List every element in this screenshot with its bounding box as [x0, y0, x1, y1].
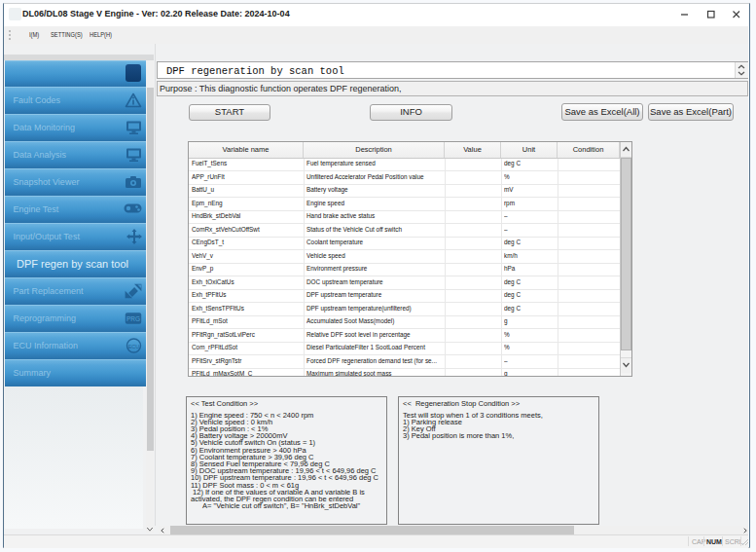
svg-text:PRG: PRG	[126, 315, 140, 322]
svg-text:ECU: ECU	[128, 344, 140, 350]
